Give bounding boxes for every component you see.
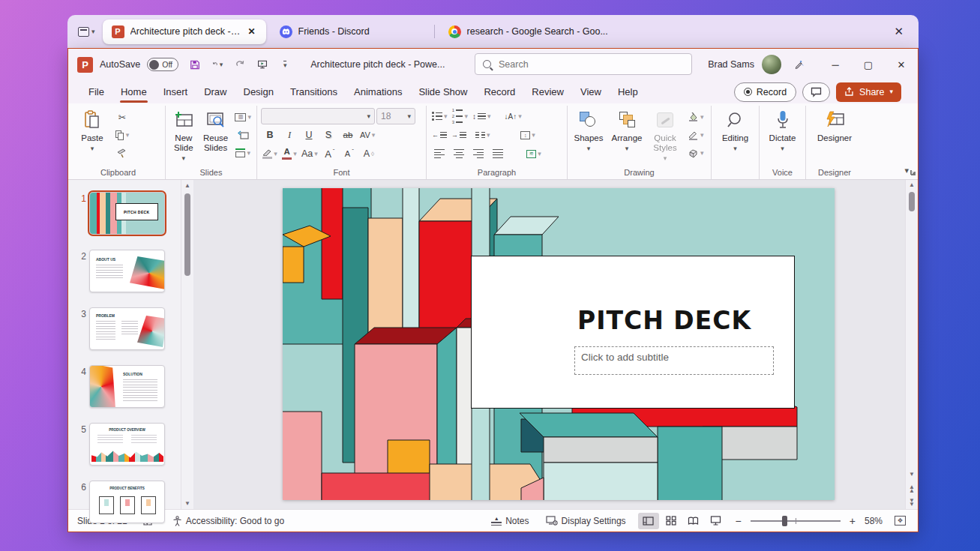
columns-button[interactable]: ▾ — [474, 127, 492, 143]
grow-font-button[interactable]: Aˆ — [321, 145, 339, 162]
shrink-font-button[interactable]: Aˇ — [340, 145, 358, 162]
tab-review[interactable]: Review — [523, 82, 572, 102]
ink-pen-icon[interactable] — [789, 55, 808, 74]
maximize-button[interactable]: ▢ — [852, 49, 885, 79]
dictate-button[interactable]: Dictate ▾ — [763, 106, 802, 152]
scroll-up-icon[interactable]: ▲ — [906, 181, 918, 188]
display-settings-button[interactable]: Display Settings — [541, 515, 631, 527]
dialog-launcher-icon[interactable] — [910, 169, 916, 175]
slide-layout-button[interactable]: ▥▾ — [233, 109, 253, 125]
reuse-slides-button[interactable]: Reuse Slides — [202, 106, 230, 153]
thumbnail-row-3[interactable]: 3 PROBLEM — [68, 307, 165, 350]
slide-thumbnail[interactable]: PROBLEM — [89, 307, 165, 350]
record-button[interactable]: Record — [734, 82, 796, 102]
window-close-button[interactable]: ✕ — [885, 49, 918, 79]
scroll-down-icon[interactable]: ▼ — [906, 471, 918, 478]
autosave-toggle[interactable]: Off — [147, 58, 178, 71]
tab-group-menu-button[interactable]: ▾ — [75, 24, 98, 40]
paste-button[interactable]: Paste ▾ — [75, 106, 109, 152]
align-center-button[interactable] — [450, 145, 468, 162]
copy-button[interactable]: ▾ — [113, 127, 131, 143]
zoom-slider[interactable] — [751, 520, 841, 522]
thumbnail-row-6[interactable]: 6 PRODUCT BENEFITS — [68, 481, 165, 523]
zoom-out-button[interactable]: − — [734, 515, 743, 527]
thumbnail-row-2[interactable]: 2 ABOUT US — [68, 250, 165, 292]
redo-button[interactable] — [230, 55, 250, 74]
subtitle-placeholder[interactable]: Click to add subtitle — [574, 346, 774, 375]
tab-animations[interactable]: Animations — [346, 82, 410, 102]
text-shadow-button[interactable]: S — [319, 127, 337, 143]
customize-qat-button[interactable]: ▾ — [275, 55, 295, 74]
tab-transitions[interactable]: Transitions — [282, 82, 346, 102]
save-button[interactable] — [185, 55, 205, 74]
shape-outline-button[interactable]: ▾ — [686, 127, 706, 143]
bullets-button[interactable]: ▾ — [430, 108, 449, 124]
numbering-button[interactable]: ▾ — [451, 108, 469, 124]
start-slideshow-button[interactable] — [253, 55, 272, 74]
canvas-scrollbar[interactable]: ▲ ▼ ▲▲ ▼▼ — [905, 180, 918, 509]
font-size-combo[interactable]: 18 ▾ — [376, 108, 415, 124]
collapse-ribbon-button[interactable]: ▾ — [904, 166, 909, 175]
fit-slide-button[interactable]: ✥ — [890, 515, 910, 526]
tab-record[interactable]: Record — [475, 82, 523, 102]
tab-draw[interactable]: Draw — [196, 82, 235, 102]
underline-button[interactable]: U — [300, 127, 318, 143]
slide-title[interactable]: PITCH DECK — [577, 306, 751, 335]
search-box[interactable] — [475, 53, 692, 75]
reset-slide-button[interactable] — [233, 127, 253, 143]
window-close-icon[interactable]: ✕ — [886, 22, 911, 41]
slide-sorter-view-button[interactable] — [661, 513, 682, 529]
scrollbar-thumb[interactable] — [909, 192, 915, 211]
strikethrough-button[interactable]: ab — [339, 127, 357, 143]
zoom-in-button[interactable]: + — [848, 515, 857, 527]
accessibility-checker-button[interactable]: Accessibility: Good to go — [168, 515, 289, 527]
previous-slide-button[interactable]: ▲▲ — [906, 486, 918, 493]
tab-discord[interactable]: Friends - Discord — [271, 19, 430, 44]
line-spacing-button[interactable]: ↕▾ — [471, 108, 493, 124]
new-slide-button[interactable]: New Slide ▾ — [169, 106, 198, 162]
undo-button[interactable]: ▾ — [208, 55, 227, 74]
tab-slide-show[interactable]: Slide Show — [410, 82, 475, 102]
align-right-button[interactable] — [469, 145, 487, 162]
justify-button[interactable] — [489, 145, 507, 162]
scroll-down-icon[interactable]: ▼ — [181, 500, 193, 507]
italic-button[interactable]: I — [280, 127, 298, 143]
reading-view-button[interactable] — [683, 513, 704, 529]
thumbnail-row-4[interactable]: 4 SOLUTION — [68, 365, 165, 408]
tab-home[interactable]: Home — [112, 82, 155, 102]
thumbnail-scrollbar[interactable]: ▲ ▼ — [181, 180, 193, 509]
bold-button[interactable]: B — [261, 127, 279, 143]
slide-thumbnail[interactable]: ABOUT US — [89, 250, 165, 292]
slide-canvas[interactable]: PITCH DECK Click to add subtitle — [193, 180, 905, 509]
decrease-indent-button[interactable]: ← — [430, 127, 448, 143]
slideshow-view-button[interactable] — [706, 513, 727, 529]
normal-view-button[interactable] — [638, 513, 659, 529]
tab-chrome[interactable]: research - Google Search - Goo... — [439, 19, 636, 44]
cut-button[interactable]: ✂ — [113, 109, 131, 125]
align-text-button[interactable]: ↕▾ — [519, 127, 537, 143]
font-color-button[interactable]: A ▾ — [280, 145, 298, 162]
tab-help[interactable]: Help — [610, 82, 646, 102]
next-slide-button[interactable]: ▼▼ — [906, 499, 918, 506]
thumbnail-row-1[interactable]: 1 PITCH DECK — [68, 192, 165, 235]
quick-styles-button[interactable]: Quick Styles ▾ — [648, 106, 682, 162]
tab-close-icon[interactable]: ✕ — [246, 26, 256, 37]
title-placeholder[interactable]: PITCH DECK Click to add subtitle — [471, 256, 795, 409]
align-left-button[interactable] — [430, 145, 448, 162]
thumbnail-row-5[interactable]: 5 PRODUCT OVERVIEW — [68, 423, 165, 466]
designer-button[interactable]: Designer — [814, 106, 856, 143]
section-button[interactable]: ▾ — [233, 145, 253, 161]
tab-insert[interactable]: Insert — [155, 82, 196, 102]
slide-thumbnail[interactable]: SOLUTION — [89, 365, 165, 408]
tab-view[interactable]: View — [572, 82, 610, 102]
tab-powerpoint[interactable]: P Architecture pitch deck - Po... ✕ — [103, 19, 266, 44]
tab-design[interactable]: Design — [235, 82, 282, 102]
text-highlight-button[interactable]: ▾ — [261, 145, 279, 162]
change-case-button[interactable]: Aa▾ — [300, 145, 319, 162]
text-direction-button[interactable]: ↓A↑▾ — [503, 108, 523, 124]
zoom-level[interactable]: 58% — [865, 516, 883, 526]
share-button[interactable]: Share ▾ — [836, 82, 901, 102]
notes-button[interactable]: ▲ Notes — [487, 515, 533, 527]
shape-effects-button[interactable]: ▾ — [686, 145, 706, 161]
slide-thumbnail[interactable]: PRODUCT BENEFITS — [89, 481, 165, 523]
